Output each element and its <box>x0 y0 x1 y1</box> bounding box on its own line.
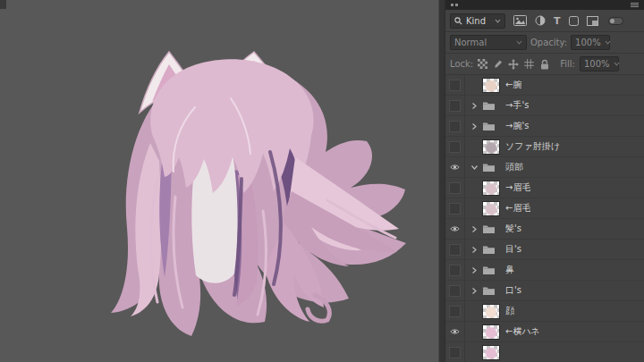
lock-row: Lock: <box>445 54 644 75</box>
lock-all-icon[interactable] <box>539 59 550 70</box>
lock-label: Lock: <box>450 59 473 69</box>
chevron-icon[interactable] <box>470 246 479 254</box>
visibility-well <box>449 347 461 358</box>
thumbnail-content <box>483 79 499 92</box>
group-parts <box>470 223 500 234</box>
visibility-toggle[interactable] <box>445 137 465 156</box>
layer-row[interactable]: →手's <box>445 96 644 116</box>
panel-header-strip <box>445 0 644 10</box>
visibility-well <box>449 182 461 194</box>
panel-divider[interactable] <box>438 0 445 362</box>
layer-thumbnail[interactable] <box>482 345 500 360</box>
layer-row[interactable]: 鼻 <box>445 260 644 281</box>
visibility-well <box>449 80 461 91</box>
visibility-toggle[interactable] <box>445 178 465 198</box>
layer-name: ←眉毛 <box>505 202 530 215</box>
visibility-toggle[interactable] <box>445 281 465 300</box>
eye-icon <box>450 163 460 172</box>
layer-thumbnail[interactable] <box>482 201 500 216</box>
layer-row[interactable]: 口's <box>445 281 644 301</box>
kind-filter-dropdown[interactable]: Kind <box>450 13 505 29</box>
lock-artboard-icon[interactable] <box>524 59 534 69</box>
visibility-well <box>449 223 461 235</box>
window-corner-fragment <box>0 0 6 9</box>
visibility-toggle[interactable] <box>445 75 465 95</box>
group-parts <box>470 121 500 131</box>
thumbnail-content <box>483 181 499 195</box>
layer-row[interactable]: ←眉毛 <box>445 198 644 219</box>
visibility-well <box>449 141 461 153</box>
eye-icon <box>450 327 460 336</box>
panel-menu-icon[interactable] <box>631 3 639 7</box>
visibility-well <box>449 121 461 132</box>
pixel-layer-filter-icon[interactable] <box>513 15 527 26</box>
layer-name: 目's <box>505 243 521 256</box>
chevron-icon[interactable] <box>470 266 479 274</box>
opacity-value: 100% <box>575 38 601 47</box>
visibility-well <box>449 326 461 338</box>
layer-row[interactable]: →腕's <box>445 116 644 137</box>
folder-icon <box>482 285 496 296</box>
blend-row: Normal Opacity: 100% <box>445 32 644 54</box>
visibility-toggle[interactable] <box>445 116 465 136</box>
layer-row[interactable]: ←横ハネ <box>445 322 644 342</box>
visibility-toggle[interactable] <box>445 240 465 259</box>
layer-name: →手's <box>505 99 529 112</box>
visibility-toggle[interactable] <box>445 301 465 321</box>
eye-icon <box>450 224 460 233</box>
visibility-toggle[interactable] <box>445 322 465 341</box>
layers-panel: Kind T <box>445 0 644 362</box>
type-layer-filter-icon[interactable]: T <box>554 16 561 26</box>
layer-thumbnail[interactable] <box>482 78 500 93</box>
visibility-toggle[interactable] <box>445 96 465 115</box>
lock-paint-icon[interactable] <box>493 59 503 69</box>
layer-row[interactable]: ←腕 <box>445 75 644 96</box>
collapse-panel-icon[interactable] <box>451 4 458 6</box>
chevron-icon[interactable] <box>470 287 479 295</box>
opacity-label: Opacity: <box>530 38 567 47</box>
layer-thumbnail[interactable] <box>482 139 500 155</box>
layer-thumbnail[interactable] <box>482 324 500 340</box>
adjustment-layer-filter-icon[interactable] <box>535 15 546 26</box>
chevron-icon[interactable] <box>470 225 479 233</box>
chevron-icon[interactable] <box>470 122 479 130</box>
chevron-down-icon <box>605 40 611 45</box>
lock-transparency-icon[interactable] <box>478 59 487 69</box>
visibility-toggle[interactable] <box>445 342 465 362</box>
smart-object-filter-icon[interactable] <box>587 16 598 26</box>
opacity-dropdown[interactable]: 100% <box>571 35 610 50</box>
blend-mode-dropdown[interactable]: Normal <box>450 35 527 50</box>
layer-row[interactable]: 頭部 <box>445 157 644 178</box>
visibility-well <box>449 285 461 297</box>
folder-icon <box>482 100 496 111</box>
layer-row[interactable]: →眉毛 <box>445 178 644 198</box>
layer-row[interactable] <box>445 342 644 362</box>
lock-move-icon[interactable] <box>508 59 519 70</box>
visibility-toggle[interactable] <box>445 157 465 177</box>
layer-thumbnail[interactable] <box>482 304 500 319</box>
layer-name: ソファ肘掛け <box>505 140 560 153</box>
layer-row[interactable]: 髪's <box>445 219 644 240</box>
hair-illustration <box>0 0 438 362</box>
visibility-toggle[interactable] <box>445 219 465 239</box>
blend-mode-value: Normal <box>454 38 487 47</box>
visibility-toggle[interactable] <box>445 198 465 218</box>
chevron-icon[interactable] <box>470 102 479 110</box>
layer-name: 髪's <box>505 223 521 235</box>
shape-layer-filter-icon[interactable] <box>569 16 579 26</box>
layer-row[interactable]: ソファ肘掛け <box>445 137 644 157</box>
layer-thumbnail[interactable] <box>482 181 500 196</box>
visibility-well <box>449 100 461 112</box>
filter-row: Kind T <box>445 10 644 32</box>
fill-value: 100% <box>584 59 610 69</box>
search-icon <box>454 17 462 25</box>
chevron-icon[interactable] <box>470 164 479 171</box>
visibility-toggle[interactable] <box>445 260 465 280</box>
fill-dropdown[interactable]: 100% <box>580 56 619 72</box>
layer-row[interactable]: 顔 <box>445 301 644 322</box>
layer-row[interactable]: 目's <box>445 240 644 260</box>
layer-name: →眉毛 <box>505 181 530 194</box>
canvas-area[interactable] <box>0 0 438 362</box>
layer-name: 口's <box>505 284 521 297</box>
filter-toggle[interactable] <box>608 17 623 25</box>
